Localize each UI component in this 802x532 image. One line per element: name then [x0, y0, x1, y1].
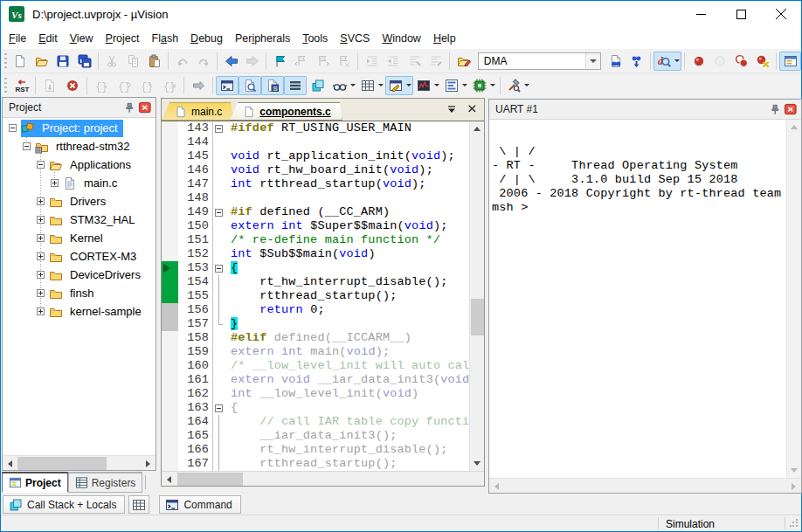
tree-item[interactable]: CORTEX-M3: [3, 247, 156, 266]
scroll-right-icon[interactable]: [141, 456, 156, 471]
serial-window-button[interactable]: [385, 76, 406, 95]
menu-project[interactable]: Project: [100, 29, 146, 48]
menu-tools[interactable]: Tools: [296, 29, 334, 48]
new-file-button[interactable]: [10, 52, 31, 71]
menu-debug[interactable]: Debug: [184, 29, 229, 48]
resize-grip[interactable]: [790, 519, 799, 528]
tab-call-stack[interactable]: Call Stack + Locals: [3, 495, 125, 514]
chevron-down-icon[interactable]: [524, 84, 529, 86]
scroll-left-icon[interactable]: [162, 472, 176, 487]
debug-restore-views-button[interactable]: d: [653, 52, 674, 71]
nav-forward-button[interactable]: [242, 52, 264, 71]
bookmark-next-button[interactable]: [312, 52, 334, 71]
tree-item[interactable]: kernel-sample: [3, 302, 156, 321]
trace-window-button[interactable]: [441, 76, 462, 95]
save-all-button[interactable]: [73, 52, 95, 71]
editor-tab-main.c[interactable]: main.c: [162, 102, 233, 121]
breakpoint-kill-all-button[interactable]: [752, 52, 774, 71]
step-into-button[interactable]: {}: [90, 76, 113, 95]
minimize-button[interactable]: [681, 1, 721, 27]
tab-command[interactable]: Command: [159, 495, 240, 514]
tree-item[interactable]: Kernel: [3, 229, 156, 247]
close-button[interactable]: [761, 1, 801, 27]
scroll-up-icon[interactable]: [786, 120, 801, 135]
collapse-icon[interactable]: [9, 124, 17, 132]
bookmark-clear-button[interactable]: [334, 52, 356, 71]
find-button[interactable]: [626, 52, 648, 71]
maximize-button[interactable]: [721, 1, 761, 27]
target-select[interactable]: DMA: [478, 52, 602, 70]
breakpoint-toggle-button[interactable]: [688, 52, 709, 71]
fold-icon[interactable]: [215, 209, 223, 217]
call-stack-window-button[interactable]: [307, 76, 329, 95]
fold-icon[interactable]: [215, 404, 223, 412]
scroll-left-icon[interactable]: [3, 456, 17, 471]
tree-item[interactable]: finsh: [3, 284, 156, 302]
disassembly-window-button[interactable]: [239, 76, 261, 95]
breakpoint-disable-button[interactable]: [709, 52, 731, 71]
uart-vscrollbar[interactable]: [786, 120, 801, 478]
find-in-files-button[interactable]: [605, 52, 626, 71]
comment-button[interactable]: [404, 52, 425, 71]
breakpoint-disable-all-button[interactable]: [730, 52, 752, 71]
expand-icon[interactable]: [37, 271, 45, 279]
registers-window-button[interactable]: [284, 76, 307, 95]
expand-icon[interactable]: [37, 252, 45, 260]
menu-peripherals[interactable]: Peripherals: [229, 29, 296, 48]
chevron-down-icon[interactable]: [406, 84, 411, 86]
chevron-down-icon[interactable]: [490, 84, 495, 86]
tab-registers[interactable]: Registers: [68, 472, 143, 493]
tab-list-icon[interactable]: [446, 103, 458, 115]
menu-edit[interactable]: Edit: [32, 29, 64, 48]
menu-window[interactable]: Window: [376, 29, 426, 48]
expand-icon[interactable]: [37, 289, 45, 297]
close-panel-icon[interactable]: [784, 103, 798, 116]
collapse-icon[interactable]: [37, 161, 45, 169]
chevron-down-icon[interactable]: [585, 53, 600, 69]
scroll-left-icon[interactable]: [489, 479, 504, 494]
indent-button[interactable]: [361, 52, 383, 71]
menu-svcs[interactable]: SVCS: [334, 29, 376, 48]
debug-toolbox-button[interactable]: [503, 76, 524, 95]
copy-button[interactable]: [122, 52, 144, 71]
symbol-window-button[interactable]: S: [261, 76, 284, 95]
tree-item[interactable]: main.c: [3, 174, 156, 192]
toolbar-grip[interactable]: [4, 78, 7, 93]
chevron-down-icon[interactable]: [462, 84, 467, 86]
system-viewer-button[interactable]: [469, 76, 490, 95]
tree-item[interactable]: Drivers: [3, 192, 156, 211]
expand-icon[interactable]: [37, 307, 45, 315]
chevron-down-icon[interactable]: [674, 59, 680, 62]
undo-button[interactable]: [171, 52, 193, 71]
chevron-down-icon[interactable]: [350, 84, 356, 86]
toolbar-grip[interactable]: [4, 53, 7, 69]
close-file-icon[interactable]: [467, 103, 479, 115]
reset-cpu-button[interactable]: RST: [10, 76, 32, 95]
tree-item[interactable]: DeviceDrivers: [3, 266, 156, 284]
menu-view[interactable]: View: [64, 29, 100, 48]
expand-icon[interactable]: [37, 234, 45, 242]
expand-icon[interactable]: [37, 216, 45, 224]
fold-icon[interactable]: [215, 125, 223, 133]
close-panel-icon[interactable]: [138, 101, 152, 114]
menu-file[interactable]: File: [3, 29, 32, 48]
config-target-button[interactable]: [453, 52, 474, 71]
nav-back-button[interactable]: [220, 52, 242, 71]
paste-button[interactable]: [144, 52, 166, 71]
redo-button[interactable]: [193, 52, 215, 71]
tree-item[interactable]: rtthread-stm32: [3, 137, 156, 155]
save-button[interactable]: [52, 52, 74, 71]
uncomment-button[interactable]: [425, 52, 447, 71]
editor-hscrollbar[interactable]: [162, 471, 484, 486]
tab-project[interactable]: Project: [2, 472, 68, 493]
command-window-button[interactable]: [216, 76, 239, 95]
scroll-down-icon[interactable]: [786, 463, 801, 478]
cut-button[interactable]: [101, 52, 123, 71]
bookmark-prev-button[interactable]: [291, 52, 313, 71]
memory-window-tab[interactable]: [128, 495, 149, 514]
uart-hscrollbar[interactable]: [489, 478, 801, 493]
pin-icon[interactable]: [768, 103, 782, 116]
collapse-icon[interactable]: [23, 142, 31, 150]
tree-item[interactable]: STM32_HAL: [3, 211, 156, 229]
expand-icon[interactable]: [51, 179, 59, 187]
